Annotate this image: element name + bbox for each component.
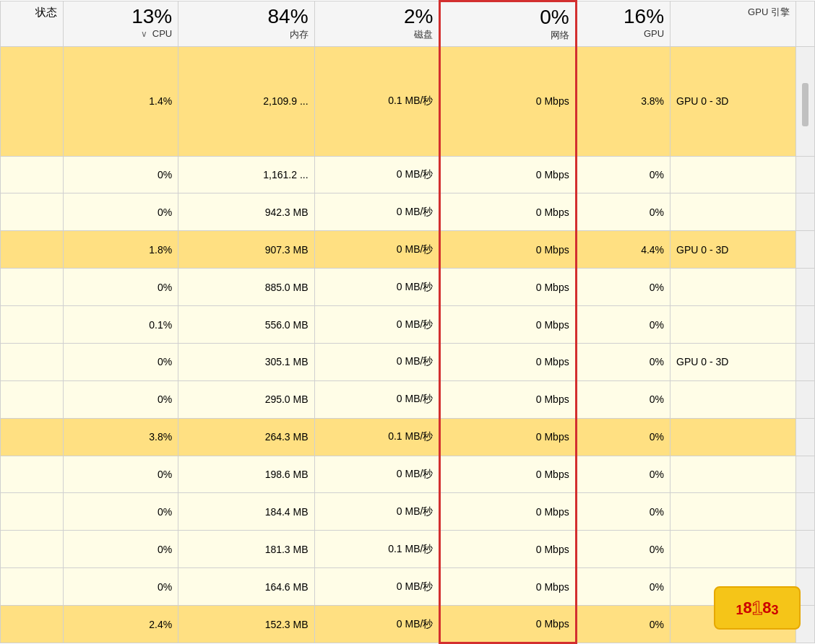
- table-row: 0%305.1 MB0 MB/秒0 Mbps0%GPU 0 - 3D: [1, 343, 815, 380]
- scrollbar-cell: [795, 306, 814, 344]
- table-row: 0%1,161.2 ...0 MB/秒0 Mbps0%: [1, 156, 815, 193]
- cell-cpu: 0.1%: [63, 306, 178, 344]
- table-row: 0%198.6 MB0 MB/秒0 Mbps0%: [1, 456, 815, 493]
- table-row: 0%184.4 MB0 MB/秒0 Mbps0%: [1, 493, 815, 531]
- cell-mem: 2,109.9 ...: [178, 46, 314, 156]
- watermark: 18183: [714, 586, 801, 630]
- cell-status: [1, 306, 64, 344]
- cell-mem: 556.0 MB: [178, 306, 314, 344]
- cell-mem: 184.4 MB: [178, 493, 314, 531]
- cell-disk: 0 MB/秒: [314, 568, 440, 606]
- header-gpu[interactable]: 16% GPU: [576, 1, 670, 47]
- cell-disk: 0.1 MB/秒: [314, 531, 440, 568]
- cell-disk: 0 MB/秒: [314, 456, 440, 493]
- cell-gpu: 0%: [576, 156, 670, 193]
- cell-gpueng: [670, 456, 796, 493]
- cell-net: 0 Mbps: [440, 456, 576, 493]
- cell-status: [1, 269, 64, 306]
- mem-label: 内存: [184, 28, 308, 41]
- scrollbar-cell: [795, 269, 814, 306]
- scrollbar-thumb[interactable]: [802, 83, 808, 126]
- cell-cpu: 0%: [63, 568, 178, 606]
- table-row: 3.8%264.3 MB0.1 MB/秒0 Mbps0%: [1, 418, 815, 456]
- net-percent: 0%: [447, 6, 569, 29]
- cell-mem: 198.6 MB: [178, 456, 314, 493]
- header-net[interactable]: 0% 网络: [440, 1, 576, 47]
- cell-mem: 295.0 MB: [178, 380, 314, 418]
- cell-net: 0 Mbps: [440, 531, 576, 568]
- cell-gpueng: [670, 493, 796, 531]
- header-cpu[interactable]: 13% ∨ CPU: [63, 1, 178, 47]
- cell-status: [1, 456, 64, 493]
- cell-status: [1, 193, 64, 231]
- cell-cpu: 0%: [63, 493, 178, 531]
- header-gpueng[interactable]: GPU 引擎: [670, 1, 796, 47]
- cell-net: 0 Mbps: [440, 493, 576, 531]
- mem-percent: 84%: [184, 6, 308, 28]
- table-row: 2.4%152.3 MB0 MB/秒0 Mbps0%: [1, 606, 815, 643]
- scrollbar-cell: [795, 418, 814, 456]
- scrollbar-cell: [795, 46, 814, 156]
- header-disk[interactable]: 2% 磁盘: [314, 1, 440, 47]
- cell-disk: 0 MB/秒: [314, 493, 440, 531]
- cell-cpu: 0%: [63, 531, 178, 568]
- scrollbar-header: [795, 1, 814, 47]
- cell-net: 0 Mbps: [440, 380, 576, 418]
- cell-gpu: 0%: [576, 568, 670, 606]
- cell-gpu: 0%: [576, 531, 670, 568]
- cpu-percent: 13%: [69, 6, 172, 28]
- table-row: 1.8%907.3 MB0 MB/秒0 Mbps4.4%GPU 0 - 3D: [1, 231, 815, 269]
- cell-net: 0 Mbps: [440, 193, 576, 231]
- cell-cpu: 0%: [63, 343, 178, 380]
- cell-mem: 181.3 MB: [178, 531, 314, 568]
- cell-gpu: 0%: [576, 343, 670, 380]
- cell-gpu: 0%: [576, 193, 670, 231]
- cell-gpu: 0%: [576, 380, 670, 418]
- cell-disk: 0 MB/秒: [314, 269, 440, 306]
- cell-gpu: 0%: [576, 269, 670, 306]
- cell-status: [1, 343, 64, 380]
- header-row: 状态 13% ∨ CPU 84% 内存 2% 磁盘 0% 网络: [1, 1, 815, 47]
- cell-cpu: 1.4%: [63, 46, 178, 156]
- disk-percent: 2%: [321, 6, 434, 28]
- cpu-sort-icon: ∨: [141, 29, 147, 39]
- cell-gpueng: [670, 193, 796, 231]
- cell-gpueng: GPU 0 - 3D: [670, 231, 796, 269]
- cell-disk: 0 MB/秒: [314, 231, 440, 269]
- cell-status: [1, 606, 64, 643]
- cell-mem: 885.0 MB: [178, 269, 314, 306]
- header-mem[interactable]: 84% 内存: [178, 1, 314, 47]
- cpu-label: ∨ CPU: [69, 28, 172, 39]
- cell-cpu: 1.8%: [63, 231, 178, 269]
- cell-gpu: 0%: [576, 606, 670, 643]
- cell-disk: 0 MB/秒: [314, 606, 440, 643]
- cell-gpueng: [670, 156, 796, 193]
- cell-gpu: 0%: [576, 418, 670, 456]
- cell-gpueng: [670, 380, 796, 418]
- scrollbar-cell: [795, 231, 814, 269]
- cell-disk: 0 MB/秒: [314, 193, 440, 231]
- cell-gpueng: GPU 0 - 3D: [670, 343, 796, 380]
- scrollbar-cell: [795, 156, 814, 193]
- cell-status: [1, 568, 64, 606]
- cell-cpu: 3.8%: [63, 418, 178, 456]
- cell-gpu: 0%: [576, 456, 670, 493]
- scrollbar-cell: [795, 193, 814, 231]
- scrollbar-cell: [795, 343, 814, 380]
- cell-cpu: 0%: [63, 456, 178, 493]
- cell-status: [1, 418, 64, 456]
- cell-disk: 0.1 MB/秒: [314, 418, 440, 456]
- cell-gpueng: [670, 418, 796, 456]
- cell-mem: 907.3 MB: [178, 231, 314, 269]
- table-row: 0%942.3 MB0 MB/秒0 Mbps0%: [1, 193, 815, 231]
- gpueng-label: GPU 引擎: [676, 6, 790, 19]
- cell-net: 0 Mbps: [440, 418, 576, 456]
- cell-mem: 305.1 MB: [178, 343, 314, 380]
- cell-net: 0 Mbps: [440, 269, 576, 306]
- cell-status: [1, 493, 64, 531]
- header-status: 状态: [1, 1, 64, 47]
- gpu-percent: 16%: [583, 6, 664, 28]
- cell-net: 0 Mbps: [440, 343, 576, 380]
- scrollbar-cell: [795, 380, 814, 418]
- cell-status: [1, 156, 64, 193]
